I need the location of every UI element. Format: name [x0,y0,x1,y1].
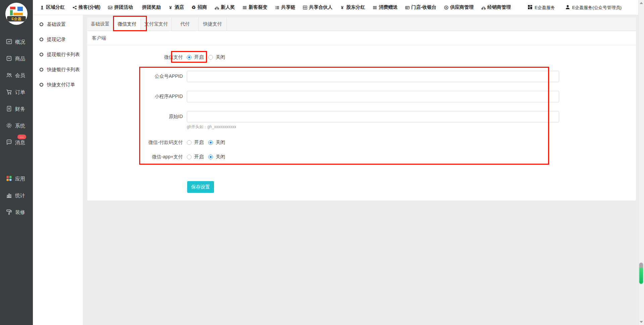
sidebar-item-message[interactable]: 消息... [0,134,33,151]
sidebar-item-finance[interactable]: 财务 [0,101,33,117]
goods-icon [6,55,12,63]
wechat-pay-label: 微信支付 [87,54,187,60]
official-appid-row: 公众号APPID [87,71,636,82]
topnav-item[interactable]: ♻招商 [191,4,207,10]
submenu-item[interactable]: 快捷支付订单 [33,77,83,92]
circle-bullet-icon [40,53,43,56]
wechat-pay-on-radio[interactable]: 开启 [187,54,204,60]
scan-pay-row: 微信-付款码支付 开启 关闭 [87,137,636,148]
list-icon [275,5,279,10]
sidebar-item-order[interactable]: 订单 [0,84,33,101]
original-id-hint: gh开头如：gh_xxxxxxxxxxx [187,124,636,129]
topnav-item[interactable]: ¥股东分红 [340,4,365,10]
scan-pay-on-radio[interactable]: 开启 [187,140,204,146]
service-menu[interactable]: E企盈服务 [528,5,555,11]
submenu-item[interactable]: 快捷银行卡列表 [33,62,83,77]
topnav-item[interactable]: 新人奖 [214,4,235,10]
order-icon [6,89,12,96]
tab-basic-settings[interactable]: 基础设置 [87,17,113,31]
scrollbar-thumb[interactable] [639,263,643,284]
topnav-item[interactable]: 拼团活动 [108,4,133,10]
topnav-item[interactable]: ¥酒店 [168,4,184,10]
topnav-item-label: 股东分红 [346,4,365,10]
submenu-item[interactable]: 提现记录 [33,32,83,47]
sidebar-item-label: 消息 [15,140,25,146]
topnav-item[interactable]: 消费赠送 [372,4,397,10]
topnav-item[interactable]: 经销商管理 [481,4,511,10]
scrollbar-down-icon[interactable] [640,321,643,323]
submenu-item-label: 快捷支付订单 [47,82,75,88]
topnav-item[interactable]: 门店-收银台 [405,4,436,10]
sidebar-item-apps[interactable]: 应用 [0,170,33,187]
submenu-item-label: 提现银行卡列表 [47,52,80,58]
message-count-badge: ... [17,134,26,139]
scan-pay-label: 微信-付款码支付 [87,140,187,146]
topnav-item[interactable]: 区域分红 [40,4,65,10]
sidebar-nav-bottom: 应用统计装修 [0,170,33,221]
circle-bullet-icon [40,83,43,87]
wechat-pay-off-radio[interactable]: 关闭 [208,54,225,60]
tab-quick-pay[interactable]: 快捷支付 [199,17,227,31]
page-scrollbar[interactable] [638,0,644,325]
menu-lines-icon [242,5,247,10]
sidebar-item-design[interactable]: 装修 [0,204,33,221]
topnav-item-label: 招商 [198,4,207,10]
topnav-item-label: 经销商管理 [487,4,511,10]
radio-selected-icon [187,55,192,60]
account-menu[interactable]: E企盈服务(公众号管理员) [565,5,622,11]
yen-icon: ¥ [340,5,344,10]
sidebar-item-member[interactable]: 会员 [0,67,33,84]
save-settings-button[interactable]: 保存设置 [187,181,214,193]
sidebar-item-stats[interactable]: 统计 [0,187,33,204]
tab-alipay[interactable]: 支付宝支付 [141,17,172,31]
sidebar-item-label: 商品 [15,56,25,62]
scrollbar-up-icon[interactable] [640,2,643,4]
original-id-input[interactable] [187,111,559,122]
app-pay-label: 微信-app+支付 [87,154,187,160]
sidebar-item-label: 应用 [15,176,25,182]
sidebar-item-system[interactable]: 系统 [0,117,33,134]
topnav-item[interactable]: S供应商管理 [444,4,474,10]
miniprogram-appid-row: 小程序APPID [87,91,636,102]
radio-icon [187,140,192,145]
wechat-pay-row: 微信支付 开启 关闭 [87,52,636,63]
svg-text:S: S [445,6,447,9]
camera-icon [405,5,410,10]
app-pay-off-radio[interactable]: 关闭 [208,154,225,160]
share-icon [72,5,77,10]
topnav-item[interactable]: 推客(分销) [72,4,100,10]
sidebar-item-label: 财务 [15,106,25,112]
app-pay-on-radio[interactable]: 开启 [187,154,204,160]
miniprogram-appid-input[interactable] [187,91,559,102]
app-logo: E企盈 [5,3,28,25]
topnav-item-label: 拼团奖励 [142,4,161,10]
topnav-item[interactable]: 共享合伙人 [303,4,332,10]
s-badge-icon: S [444,5,448,10]
motorcycle-icon [214,5,219,10]
stats-icon [6,192,12,200]
topnav-item[interactable]: 共享链 [275,4,295,10]
top-header: 区域分红推客(分销)拼团活动拼团奖励¥酒店♻招商新人奖新客裂变共享链共享合伙人¥… [33,0,638,15]
original-id-label: 原始ID [87,114,187,120]
scan-pay-off-radio[interactable]: 关闭 [208,140,225,146]
topnav-item-label: 消费赠送 [379,4,397,10]
sidebar-item-label: 系统 [15,123,25,129]
topnav-item[interactable]: 拼团奖励 [140,4,161,10]
logo-blue-block [17,7,23,11]
radio-label: 开启 [194,140,204,146]
tab-proxy-pay[interactable]: 代付 [172,17,199,31]
message-icon [6,139,12,147]
topnav-item[interactable]: 新客裂变 [242,4,267,10]
radio-selected-icon [208,155,213,159]
submenu-item[interactable]: 提现银行卡列表 [33,47,83,62]
radio-label: 关闭 [216,54,225,60]
tab-wechat-pay[interactable]: 微信支付 [113,17,141,31]
submenu-item[interactable]: 基础设置 [33,17,83,32]
sidebar-item-goods[interactable]: 商品 [0,50,33,67]
finance-icon [6,105,12,113]
wechat-pay-options: 开启 关闭 [187,54,225,60]
section-title: 客户端 [87,31,636,45]
sidebar-item-overview[interactable]: 概况 [0,34,33,50]
official-appid-input[interactable] [187,71,559,82]
topnav-item-label: 共享合伙人 [309,4,332,10]
